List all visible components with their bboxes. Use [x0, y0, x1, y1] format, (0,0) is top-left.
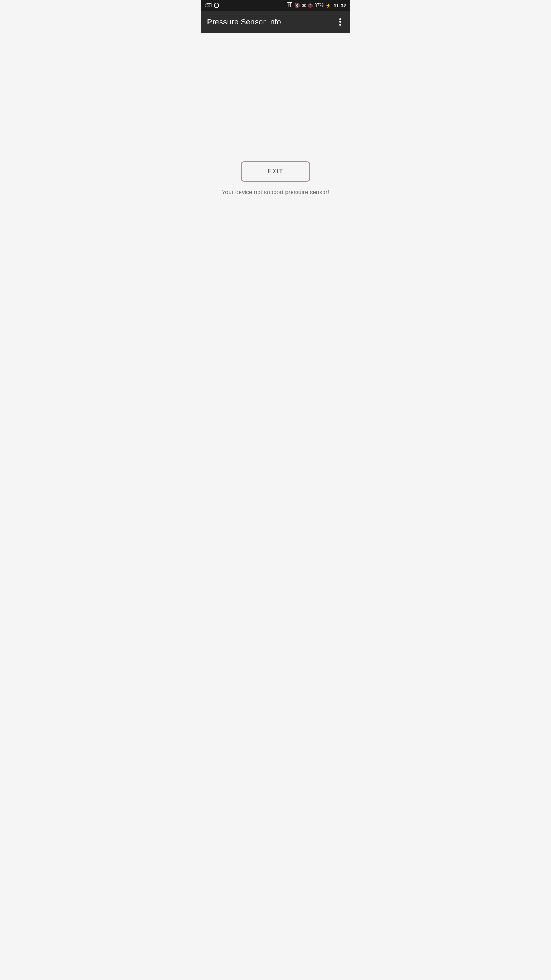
status-time: 11:37 [334, 3, 346, 8]
battery-percentage: 87% [315, 3, 324, 8]
vibrate-icon: 🔇 [294, 3, 300, 8]
status-bar-left-icons: ⌫ [205, 3, 219, 8]
app-bar: Pressure Sensor Info [201, 11, 350, 33]
charging-icon: ⚡ [326, 3, 331, 8]
usb-icon: ⌫ [205, 3, 212, 8]
main-content: EXIT Your device not support pressure se… [201, 33, 350, 323]
status-bar: ⌫ N 🔇 ⌘ 📵 87% ⚡ 11:37 [201, 0, 350, 11]
center-section: EXIT Your device not support pressure se… [222, 161, 329, 195]
status-bar-right-icons: N 🔇 ⌘ 📵 87% ⚡ 11:37 [287, 2, 346, 8]
overflow-menu-button[interactable] [336, 15, 344, 29]
no-support-message: Your device not support pressure sensor! [222, 189, 329, 195]
nfc-icon: N [287, 2, 292, 8]
no-sim-icon: 📵 [308, 3, 313, 8]
app-bar-title: Pressure Sensor Info [207, 18, 281, 26]
circle-status-icon [214, 3, 219, 8]
three-dots-icon [339, 18, 341, 26]
wifi-icon: ⌘ [302, 3, 306, 8]
exit-button[interactable]: EXIT [241, 161, 310, 182]
